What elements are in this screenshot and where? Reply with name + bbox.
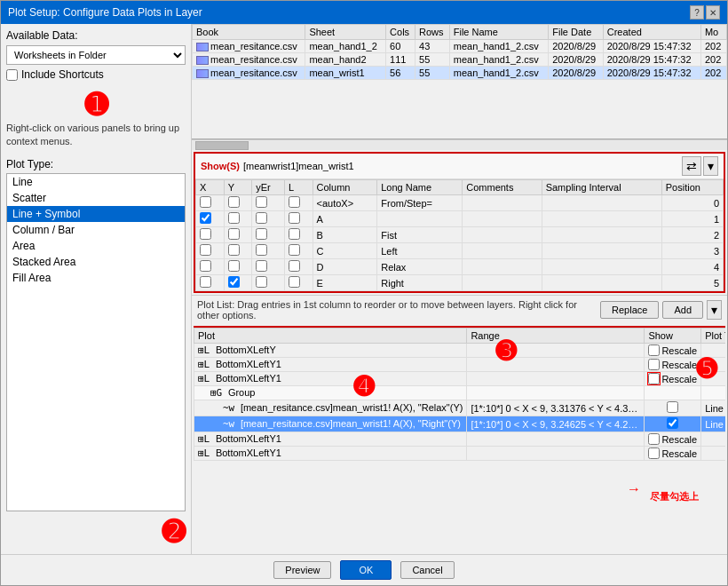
- plot-icon: ~w: [223, 402, 241, 414]
- plot-name: BottomXLeftY1: [216, 359, 281, 369]
- show-table-header: Position: [661, 180, 723, 195]
- show-header: Show(S) [meanwrist1]mean_wrist1 ⇄ ▾: [195, 154, 724, 179]
- bottom-bar: Preview OK Cancel: [1, 554, 727, 585]
- y-checkbox[interactable]: [228, 212, 240, 224]
- plot-icon: ⊞L: [198, 359, 216, 370]
- plot-list-row[interactable]: ⊞L BottomXLeftY1Rescale: [194, 447, 726, 461]
- plot-type-item[interactable]: Area: [7, 238, 185, 254]
- x-checkbox[interactable]: [200, 212, 211, 224]
- rescale-checkbox[interactable]: [648, 433, 660, 445]
- l-checkbox[interactable]: [289, 276, 300, 288]
- yer-checkbox[interactable]: [256, 212, 267, 224]
- yer-checkbox[interactable]: [256, 244, 267, 256]
- show-table-wrapper: XYyErLColumnLong NameCommentsSampling In…: [195, 179, 724, 291]
- book-icon: [196, 43, 209, 51]
- plot-type-item[interactable]: Stacked Area: [7, 254, 185, 270]
- replace-add-hint: Plot List: Drag entries in 1st column to…: [197, 299, 600, 321]
- plot-list-header: Show: [645, 329, 701, 344]
- ok-button[interactable]: OK: [340, 560, 392, 580]
- yer-checkbox[interactable]: [256, 196, 267, 208]
- rescale-label: Rescale: [661, 374, 697, 384]
- yer-checkbox[interactable]: [256, 260, 267, 272]
- show-table-header: Comments: [463, 180, 542, 195]
- show-worksheet: [meanwrist1]mean_wrist1: [243, 161, 354, 171]
- expand2-icon[interactable]: ▾: [707, 300, 722, 320]
- y-checkbox[interactable]: [228, 228, 240, 240]
- yer-checkbox[interactable]: [256, 228, 267, 240]
- l-checkbox[interactable]: [289, 196, 300, 208]
- show-label[interactable]: Show(S): [201, 161, 240, 171]
- hscroll-thumb[interactable]: [195, 141, 249, 150]
- swap-icon[interactable]: ⇄: [682, 156, 701, 176]
- rescale-checkbox[interactable]: [648, 447, 660, 459]
- plot-list-row[interactable]: ~w [mean_resitance.csv]mean_wrist1! A(X)…: [194, 400, 726, 416]
- show-table-header: X: [196, 180, 225, 195]
- yer-checkbox[interactable]: [256, 276, 267, 288]
- hscroll-bar[interactable]: [192, 139, 727, 150]
- expand-icon[interactable]: ▾: [703, 156, 718, 176]
- data-table-row[interactable]: mean_resitance.csvmean_hand1_26043mean_h…: [193, 40, 727, 53]
- l-checkbox[interactable]: [289, 212, 300, 224]
- x-checkbox[interactable]: [200, 260, 211, 272]
- preview-button[interactable]: Preview: [273, 561, 331, 579]
- replace-button[interactable]: Replace: [600, 301, 659, 319]
- plot-list-row[interactable]: ~w [mean_resitance.csv]mean_wrist1! A(X)…: [194, 416, 726, 432]
- show-checkbox[interactable]: [667, 401, 678, 413]
- include-shortcuts-row: Include Shortcuts: [6, 68, 186, 81]
- l-checkbox[interactable]: [289, 244, 300, 256]
- y-checkbox[interactable]: [228, 196, 240, 208]
- show-table-row: DRelax4: [196, 259, 724, 275]
- plot-icon: ⊞L: [198, 447, 216, 459]
- cancel-button[interactable]: Cancel: [400, 561, 454, 579]
- plot-list-row[interactable]: ⊞L BottomXLeftY1Rescale: [194, 432, 726, 447]
- rescale-label: Rescale: [661, 345, 697, 356]
- show-checkbox[interactable]: [667, 417, 678, 429]
- main-window: Plot Setup: Configure Data Plots in Laye…: [0, 0, 728, 586]
- rescale-checkbox[interactable]: [648, 344, 660, 356]
- y-checkbox[interactable]: [228, 260, 240, 272]
- x-checkbox[interactable]: [200, 228, 211, 240]
- data-table-row[interactable]: mean_resitance.csvmean_hand211155mean_ha…: [193, 53, 727, 67]
- plot-list-row[interactable]: ⊞G Group: [194, 386, 726, 400]
- plot-list-row[interactable]: ⊞L BottomXLeftYRescale: [194, 344, 726, 358]
- close-button[interactable]: ✕: [706, 5, 720, 20]
- plot-type-item[interactable]: Line + Symbol: [7, 206, 185, 222]
- x-checkbox[interactable]: [200, 276, 211, 288]
- x-checkbox[interactable]: [200, 244, 211, 256]
- rescale-label: Rescale: [661, 448, 697, 459]
- plot-name: BottomXLeftY1: [216, 373, 281, 384]
- data-table-header: Rows: [415, 25, 450, 40]
- plot-list-table-wrapper: PlotRangeShowPlot TypeLegend⊞L BottomXLe…: [194, 328, 725, 552]
- l-checkbox[interactable]: [289, 260, 300, 272]
- show-table-header: Column: [313, 180, 377, 195]
- data-table: BookSheetColsRowsFile NameFile DateCreat…: [192, 24, 727, 80]
- rescale-checkbox[interactable]: [648, 373, 660, 384]
- plot-icon: ⊞L: [198, 373, 216, 384]
- add-button[interactable]: Add: [662, 301, 703, 319]
- help-button[interactable]: ?: [690, 5, 704, 20]
- data-table-header: Cols: [386, 25, 415, 40]
- data-table-section: BookSheetColsRowsFile NameFile DateCreat…: [192, 24, 727, 139]
- plot-type-item[interactable]: Column / Bar: [7, 222, 185, 238]
- y-checkbox[interactable]: [228, 244, 240, 256]
- plot-type-item[interactable]: Scatter: [7, 190, 185, 206]
- plot-list-row[interactable]: ⊞L BottomXLeftY1Rescale: [194, 358, 726, 372]
- plot-icon: ⊞L: [198, 433, 216, 445]
- l-checkbox[interactable]: [289, 228, 300, 240]
- x-checkbox[interactable]: [200, 196, 211, 208]
- y-checkbox[interactable]: [228, 276, 240, 288]
- worksheets-dropdown[interactable]: Worksheets in Folder: [6, 45, 186, 65]
- include-shortcuts-checkbox[interactable]: [6, 69, 18, 81]
- rescale-label: Rescale: [661, 434, 697, 445]
- show-table-row: A1: [196, 211, 724, 227]
- plot-list-row[interactable]: ⊞L BottomXLeftY1Rescale: [194, 372, 726, 386]
- show-section: Show(S) [meanwrist1]mean_wrist1 ⇄ ▾ XYyE…: [194, 152, 725, 293]
- data-table-row[interactable]: mean_resitance.csvmean_wrist15655mean_ha…: [193, 67, 727, 80]
- plot-type-item[interactable]: Fill Area: [7, 270, 185, 286]
- rescale-checkbox[interactable]: [648, 359, 660, 370]
- show-table-row: ERight5: [196, 275, 724, 291]
- plot-name: [mean_resitance.csv]mean_wrist1! A(X), "…: [241, 418, 461, 429]
- plot-name: BottomXLeftY1: [216, 433, 281, 444]
- plot-icon: ⊞G: [210, 387, 228, 399]
- plot-type-item[interactable]: Line: [7, 174, 185, 190]
